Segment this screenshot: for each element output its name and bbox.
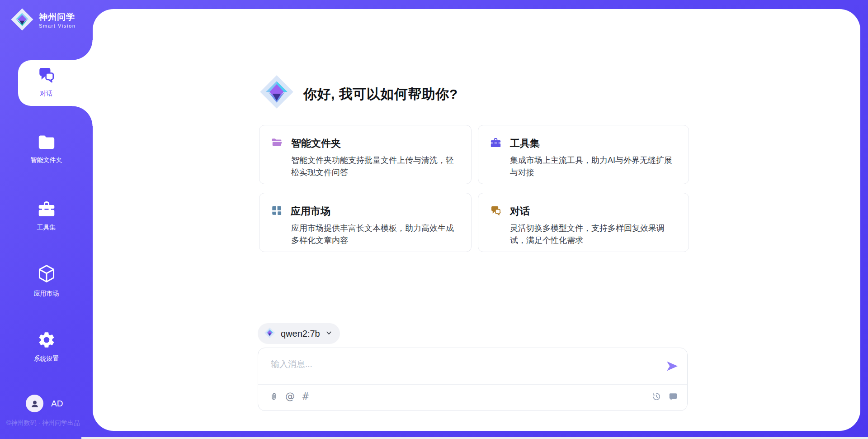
- sidebar-item-label: 系统设置: [34, 355, 59, 363]
- user-initials: AD: [51, 399, 63, 409]
- tab-fillet-bottom: [72, 105, 93, 126]
- composer-divider: [258, 384, 687, 385]
- sidebar-item-smart-folder[interactable]: 智能文件夹: [0, 134, 93, 164]
- copyright-footer: ©神州数码 · 神州问学出品: [6, 419, 80, 427]
- card-app-market[interactable]: 应用市场 应用市场提供丰富长文本模板，助力高效生成多样化文章内容: [259, 193, 472, 252]
- user-profile[interactable]: AD: [26, 395, 63, 412]
- sidebar-item-settings[interactable]: 系统设置: [0, 330, 93, 363]
- card-description: 集成市场上主流工具，助力AI与外界无缝扩展与对接: [510, 154, 677, 179]
- person-icon: [30, 399, 40, 409]
- card-title: 应用市场: [291, 205, 330, 218]
- send-icon: [665, 359, 679, 373]
- hash-icon: #: [302, 392, 310, 401]
- folder-open-icon: [271, 137, 283, 150]
- card-description: 灵活切换多模型文件，支持多样回复效果调试，满足个性化需求: [510, 222, 677, 247]
- at-mention-button[interactable]: @: [285, 392, 295, 401]
- card-title: 工具集: [510, 137, 540, 150]
- chat-bubble-icon: [668, 391, 678, 401]
- diamond-logo-icon: [264, 327, 276, 341]
- model-name: qwen2:7b: [281, 329, 320, 339]
- card-toolset[interactable]: 工具集 集成市场上主流工具，助力AI与外界无缝扩展与对接: [478, 125, 689, 184]
- sidebar-item-app-market[interactable]: 应用市场: [0, 263, 93, 298]
- greeting-title: 你好, 我可以如何帮助你?: [303, 85, 458, 104]
- brand-name: 神州问学: [39, 12, 75, 22]
- message-input[interactable]: [270, 354, 651, 374]
- avatar: [26, 395, 43, 412]
- history-icon: [651, 391, 661, 401]
- toolbox-icon: [37, 200, 57, 220]
- hero-diamond-icon: [258, 73, 296, 113]
- conversation-button[interactable]: [668, 391, 678, 401]
- sidebar-item-label: 工具集: [37, 224, 56, 232]
- message-composer: @ #: [258, 348, 688, 411]
- cube-icon: [37, 263, 57, 286]
- sidebar-item-chat[interactable]: 对话: [0, 66, 93, 98]
- toolbox-icon: [490, 137, 502, 150]
- chevron-down-icon: [325, 329, 333, 339]
- sidebar-item-label: 对话: [40, 90, 53, 98]
- card-title: 对话: [510, 205, 530, 218]
- sidebar-item-toolset[interactable]: 工具集: [0, 200, 93, 232]
- card-description: 应用市场提供丰富长文本模板，助力高效生成多样化文章内容: [291, 222, 459, 247]
- chat-icon: [37, 66, 56, 86]
- brand-subtitle: Smart Vision: [39, 23, 75, 29]
- paperclip-icon: [269, 391, 278, 402]
- gear-icon: [37, 330, 56, 351]
- horizontal-scrollbar[interactable]: [81, 437, 868, 439]
- brand-logo: 神州问学 Smart Vision: [9, 6, 75, 34]
- card-title: 智能文件夹: [291, 137, 341, 150]
- brand-diamond-icon: [9, 6, 35, 34]
- tab-fillet-top: [72, 40, 93, 61]
- card-chat[interactable]: 对话 灵活切换多模型文件，支持多样回复效果调试，满足个性化需求: [478, 193, 689, 252]
- hash-tag-button[interactable]: #: [302, 392, 310, 401]
- sidebar-item-label: 智能文件夹: [31, 156, 62, 164]
- card-smart-folder[interactable]: 智能文件夹 智能文件夹功能支持批量文件上传与清洗，轻松实现文件问答: [259, 125, 472, 184]
- attach-file-button[interactable]: [269, 391, 278, 402]
- send-button[interactable]: [665, 359, 680, 374]
- chat-icon: [490, 205, 502, 218]
- grid-icon: [271, 205, 283, 218]
- history-button[interactable]: [651, 391, 661, 401]
- model-selector[interactable]: qwen2:7b: [258, 323, 340, 344]
- sidebar-item-label: 应用市场: [34, 290, 59, 298]
- at-icon: @: [285, 392, 295, 401]
- feature-cards: 智能文件夹 智能文件夹功能支持批量文件上传与清洗，轻松实现文件问答 工具集 集成…: [259, 125, 689, 252]
- folder-icon: [37, 134, 57, 152]
- card-description: 智能文件夹功能支持批量文件上传与清洗，轻松实现文件问答: [291, 154, 459, 179]
